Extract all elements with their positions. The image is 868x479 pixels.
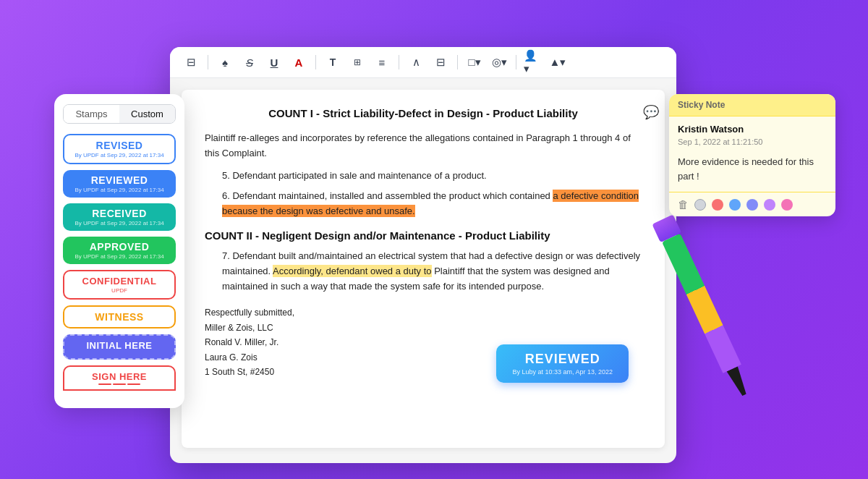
toolbar-textbox-icon[interactable]: ⊞: [348, 53, 367, 72]
sticky-note-delete-icon[interactable]: 🗑: [678, 198, 689, 211]
toolbar-shape-icon[interactable]: ⊟: [431, 53, 450, 72]
reviewed-stamp-sub: By Luby at 10:33 am, Apr 13, 2022: [512, 368, 613, 376]
stamp-confidential[interactable]: CONFIDENTIAL UPDF: [63, 270, 176, 300]
pdf-content: 💬 COUNT I - Strict Liability-Defect in D…: [182, 90, 665, 448]
toolbar-list-icon[interactable]: ≡: [373, 53, 391, 72]
toolbar-divider-5: [516, 55, 516, 69]
tab-stamps[interactable]: Stamps: [64, 105, 119, 123]
pdf-item7-highlighted: Accordingly, defendant owed a duty to: [273, 265, 431, 277]
toolbar-strikethrough-icon[interactable]: S: [240, 53, 259, 72]
tab-custom[interactable]: Custom: [119, 105, 175, 123]
stamp-reviewed[interactable]: REVIEWED By UPDF at Sep 29, 2022 at 17:3…: [63, 170, 176, 198]
pdf-count1-title: COUNT I - Strict Liability-Defect in Des…: [205, 107, 642, 119]
sticky-note-header: Sticky Note: [669, 94, 835, 116]
toolbar-divider-3: [399, 55, 399, 69]
toolbar-text-color-icon[interactable]: A: [289, 53, 308, 72]
sticky-color-indigo[interactable]: [746, 199, 758, 211]
sticky-color-gray[interactable]: [694, 199, 706, 211]
pdf-item6-pre: 6. Defendant maintained, installed and a…: [222, 190, 553, 201]
toolbar-divider-1: [208, 55, 208, 69]
sticky-note-date: Sep 1, 2022 at 11:21:50: [669, 137, 835, 152]
toolbar-circle-icon[interactable]: ◎▾: [490, 53, 509, 72]
sticky-note-body: More evidence is needed for this part !: [669, 152, 835, 192]
pdf-window: ⊟ ♠ S U A T ⊞ ≡ ∧ ⊟ □▾ ◎▾ 👤▾ ▲▾ 💬 COUNT …: [170, 47, 676, 463]
toolbar-signature-icon[interactable]: ∧: [407, 53, 425, 72]
sticky-note: Sticky Note Kristin Watson Sep 1, 2022 a…: [669, 94, 835, 216]
sticky-note-author: Kristin Watson: [669, 116, 835, 137]
toolbar-text-icon[interactable]: T: [323, 53, 342, 72]
toolbar-square-icon[interactable]: □▾: [465, 53, 484, 72]
stamp-sign-dashes: [70, 383, 169, 385]
pdf-item6: 6. Defendant maintained, installed and a…: [205, 189, 642, 219]
sticky-color-purple[interactable]: [764, 199, 775, 211]
stamp-sign-here[interactable]: SIGN HERE: [63, 365, 176, 391]
reviewed-stamp-pdf[interactable]: REVIEWED By Luby at 10:33 am, Apr 13, 20…: [496, 344, 629, 383]
toolbar-divider-4: [457, 55, 458, 69]
stamp-received[interactable]: RECEIVED By UPDF at Sep 29, 2022 at 17:3…: [63, 203, 176, 231]
toolbar-comment-icon[interactable]: ⊟: [182, 53, 200, 72]
pdf-toolbar: ⊟ ♠ S U A T ⊞ ≡ ∧ ⊟ □▾ ◎▾ 👤▾ ▲▾: [170, 47, 676, 78]
pdf-count2-title: COUNT II - Negligent Design and/or Maint…: [205, 229, 642, 242]
pdf-item5: 5. Defendant participated in sale and ma…: [205, 169, 642, 184]
toolbar-divider-2: [315, 55, 316, 69]
stamp-initial-here[interactable]: INITIAL HERE: [63, 334, 176, 360]
stamp-revised[interactable]: REVISED By UPDF at Sep 29, 2022 at 17:34: [63, 134, 176, 164]
stamps-tabs: Stamps Custom: [63, 104, 176, 124]
sticky-color-red[interactable]: [712, 199, 723, 211]
sticky-color-blue[interactable]: [729, 199, 741, 211]
pdf-paragraph1: Plaintiff re-alleges and incorporates by…: [205, 131, 642, 161]
toolbar-underline-icon[interactable]: U: [265, 53, 284, 72]
stamp-approved[interactable]: APPROVED By UPDF at Sep 29, 2022 at 17:3…: [63, 237, 176, 264]
sticky-note-footer: 🗑: [669, 192, 835, 216]
toolbar-pen-icon[interactable]: ♠: [216, 53, 234, 72]
toolbar-stamp-icon[interactable]: ▲▾: [548, 53, 567, 72]
sticky-color-pink[interactable]: [781, 199, 793, 211]
comment-icon[interactable]: 💬: [643, 104, 659, 120]
reviewed-stamp-label: REVIEWED: [512, 352, 613, 367]
stamp-witness[interactable]: WITNESS: [63, 305, 176, 328]
pdf-item7: 7. Defendant built and/maintained an ele…: [205, 249, 642, 294]
stamps-panel: Stamps Custom REVISED By UPDF at Sep 29,…: [54, 94, 184, 408]
stamp-initial-dashes: [70, 352, 169, 354]
toolbar-user-icon[interactable]: 👤▾: [524, 53, 542, 72]
